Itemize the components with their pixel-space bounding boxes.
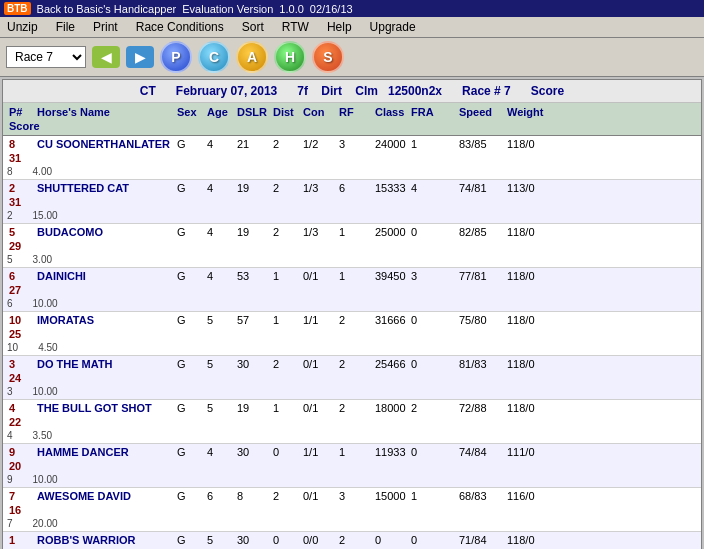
rf: 3: [337, 489, 373, 503]
menu-item-upgrade[interactable]: Upgrade: [367, 19, 419, 35]
post-number: 4: [7, 401, 35, 415]
class: 24000: [373, 137, 409, 151]
odds: 10.00: [33, 474, 58, 485]
speed: 74/81: [457, 181, 505, 195]
prev-race-button[interactable]: ◀: [92, 46, 120, 68]
age: 4: [205, 225, 235, 239]
dslr: 30: [235, 357, 271, 371]
toolbar: Race 7 Race 1 Race 2 Race 3 Race 4 Race …: [0, 38, 704, 77]
sub-post: 5: [7, 254, 13, 265]
sub-post: 10: [7, 342, 18, 353]
odds: 4.50: [38, 342, 57, 353]
speed: 82/85: [457, 225, 505, 239]
dist: 1: [271, 269, 301, 283]
p-button[interactable]: P: [160, 41, 192, 73]
s-button[interactable]: S: [312, 41, 344, 73]
weight: 118/0: [505, 269, 545, 283]
sub-post: 2: [7, 210, 13, 221]
odds: 4.00: [33, 166, 52, 177]
sex: G: [175, 269, 205, 283]
dist: 2: [271, 137, 301, 151]
table-row: 7AWESOME DAVIDG6820/1315000168/83116/016…: [3, 488, 701, 532]
sex: G: [175, 357, 205, 371]
fra: 2: [409, 401, 457, 415]
horse-name: DO THE MATH: [35, 357, 175, 371]
dist: 2: [271, 357, 301, 371]
class: 15333: [373, 181, 409, 195]
col-dslr: DSLR: [235, 105, 271, 119]
age: 5: [205, 313, 235, 327]
dslr: 30: [235, 445, 271, 459]
post-number: 1: [7, 533, 35, 547]
age: 5: [205, 357, 235, 371]
fra: 1: [409, 489, 457, 503]
sex: G: [175, 137, 205, 151]
weight: 118/0: [505, 533, 545, 547]
menu-item-sort[interactable]: Sort: [239, 19, 267, 35]
dist: 2: [271, 181, 301, 195]
class: 11933: [373, 445, 409, 459]
horse-name: IMORATAS: [35, 313, 175, 327]
menu-item-race-conditions[interactable]: Race Conditions: [133, 19, 227, 35]
dist: 0: [271, 533, 301, 547]
con: 1/1: [301, 445, 337, 459]
a-button[interactable]: A: [236, 41, 268, 73]
score: 31: [7, 195, 35, 209]
horse-list: 8CU SOONERTHANLATERG42121/2324000183/851…: [3, 136, 701, 549]
post-number: 5: [7, 225, 35, 239]
race-selector[interactable]: Race 7 Race 1 Race 2 Race 3 Race 4 Race …: [6, 46, 86, 68]
fra: 0: [409, 533, 457, 547]
app-icon: BTB: [4, 2, 31, 15]
app-title: Back to Basic's Handicapper: [37, 3, 177, 15]
table-row: 5BUDACOMOG41921/3125000082/85118/02953.0…: [3, 224, 701, 268]
dslr: 8: [235, 489, 271, 503]
table-row: 6DAINICHIG45310/1139450377/81118/027610.…: [3, 268, 701, 312]
dist: 2: [271, 225, 301, 239]
horse-row-sub: 310.00: [3, 386, 701, 399]
horse-row-main: 7AWESOME DAVIDG6820/1315000168/83116/016: [3, 488, 701, 518]
class: 15000: [373, 489, 409, 503]
col-fra: FRA: [409, 105, 457, 119]
h-button[interactable]: H: [274, 41, 306, 73]
menu-item-file[interactable]: File: [53, 19, 78, 35]
col-speed: Speed: [457, 105, 505, 119]
class: 31666: [373, 313, 409, 327]
rf: 2: [337, 533, 373, 547]
track: CT: [140, 84, 156, 98]
table-row: 1ROBB'S WARRIORG53000/020071/84118/01511…: [3, 532, 701, 549]
weight: 116/0: [505, 489, 545, 503]
horse-row-main: 4THE BULL GOT SHOTG51910/1218000272/8811…: [3, 400, 701, 430]
horse-row-sub: 43.50: [3, 430, 701, 443]
post-number: 10: [7, 313, 35, 327]
c-button[interactable]: C: [198, 41, 230, 73]
con: 0/1: [301, 357, 337, 371]
sub-post: 9: [7, 474, 13, 485]
sub-post: 3: [7, 386, 13, 397]
col-rf: RF: [337, 105, 373, 119]
weight: 118/0: [505, 137, 545, 151]
menu-item-help[interactable]: Help: [324, 19, 355, 35]
speed: 81/83: [457, 357, 505, 371]
horse-row-main: 8CU SOONERTHANLATERG42121/2324000183/851…: [3, 136, 701, 166]
age: 5: [205, 533, 235, 547]
odds: 10.00: [33, 298, 58, 309]
menu-item-unzip[interactable]: Unzip: [4, 19, 41, 35]
menu-item-rtw[interactable]: RTW: [279, 19, 312, 35]
next-race-button[interactable]: ▶: [126, 46, 154, 68]
odds: 10.00: [33, 386, 58, 397]
table-row: 2SHUTTERED CATG41921/3615333474/81113/03…: [3, 180, 701, 224]
menu-item-print[interactable]: Print: [90, 19, 121, 35]
class: 25000: [373, 225, 409, 239]
sex: G: [175, 445, 205, 459]
horse-row-main: 3DO THE MATHG53020/1225466081/83118/024: [3, 356, 701, 386]
class: 0: [373, 533, 409, 547]
score: 25: [7, 327, 35, 341]
con: 1/1: [301, 313, 337, 327]
col-score: Score: [7, 119, 35, 133]
col-weight: Weight: [505, 105, 545, 119]
score: 27: [7, 283, 35, 297]
con: 1/3: [301, 225, 337, 239]
horse-name: ROBB'S WARRIOR: [35, 533, 175, 547]
sex: G: [175, 401, 205, 415]
score: 16: [7, 503, 35, 517]
